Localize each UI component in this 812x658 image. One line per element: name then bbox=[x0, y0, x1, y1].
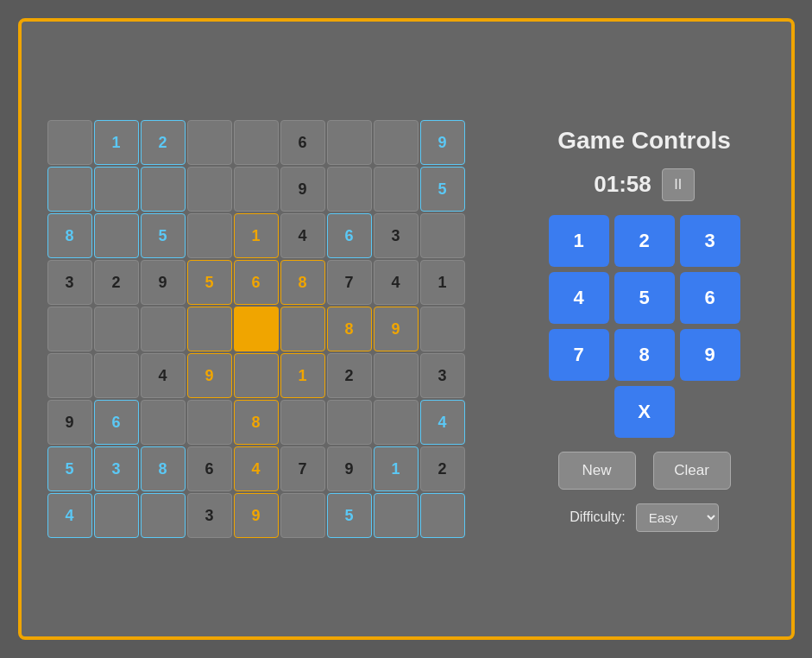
cell-r2-c5[interactable]: 4 bbox=[280, 213, 325, 258]
cell-r7-c1[interactable]: 3 bbox=[94, 446, 139, 491]
cell-r4-c6[interactable]: 8 bbox=[327, 307, 372, 351]
cell-r4-c3[interactable] bbox=[187, 307, 232, 351]
timer-display: 01:58 bbox=[594, 171, 651, 198]
cell-r7-c8[interactable]: 2 bbox=[420, 446, 465, 491]
cell-r2-c2[interactable]: 5 bbox=[141, 213, 186, 258]
cell-r2-c8[interactable] bbox=[420, 213, 465, 258]
cell-r1-c8[interactable]: 5 bbox=[420, 167, 465, 212]
cell-r8-c6[interactable]: 5 bbox=[327, 493, 372, 538]
cell-r3-c5[interactable]: 8 bbox=[280, 260, 325, 305]
cell-r5-c4[interactable] bbox=[234, 353, 279, 398]
new-button[interactable]: New bbox=[558, 452, 636, 490]
cell-r6-c2[interactable] bbox=[141, 400, 186, 445]
cell-r3-c0[interactable]: 3 bbox=[47, 260, 92, 305]
cell-r0-c7[interactable] bbox=[374, 120, 419, 165]
difficulty-select[interactable]: EasyMediumHardExpert bbox=[636, 503, 719, 532]
cell-r5-c5[interactable]: 1 bbox=[280, 353, 325, 398]
cell-r5-c3[interactable]: 9 bbox=[187, 353, 232, 398]
clear-button[interactable]: Clear bbox=[653, 452, 731, 490]
cell-r8-c5[interactable] bbox=[280, 493, 325, 538]
pause-button[interactable]: II bbox=[662, 168, 695, 201]
numpad-2-button[interactable]: 2 bbox=[614, 215, 675, 267]
cell-r4-c4[interactable] bbox=[234, 307, 279, 351]
cell-r0-c2[interactable]: 2 bbox=[141, 120, 186, 165]
numpad-3-button[interactable]: 3 bbox=[680, 215, 740, 267]
cell-r3-c8[interactable]: 1 bbox=[420, 260, 465, 305]
cell-r1-c1[interactable] bbox=[94, 167, 139, 212]
cell-r3-c7[interactable]: 4 bbox=[374, 260, 419, 305]
cell-r4-c5[interactable] bbox=[280, 307, 325, 351]
cell-r8-c8[interactable] bbox=[420, 493, 465, 538]
cell-r4-c7[interactable]: 9 bbox=[374, 307, 419, 351]
cell-r8-c3[interactable]: 3 bbox=[187, 493, 232, 538]
cell-r3-c6[interactable]: 7 bbox=[327, 260, 372, 305]
cell-r7-c5[interactable]: 7 bbox=[280, 446, 325, 491]
action-buttons: New Clear bbox=[558, 452, 731, 490]
cell-r0-c3[interactable] bbox=[187, 120, 232, 165]
cell-r6-c5[interactable] bbox=[280, 400, 325, 445]
cell-r6-c1[interactable]: 6 bbox=[94, 400, 139, 445]
cell-r2-c7[interactable]: 3 bbox=[374, 213, 419, 258]
controls-panel: Game Controls 01:58 II 123456789X New Cl… bbox=[524, 127, 765, 532]
cell-r0-c8[interactable]: 9 bbox=[420, 120, 465, 165]
cell-r1-c3[interactable] bbox=[187, 167, 232, 212]
numpad-1-button[interactable]: 1 bbox=[549, 215, 609, 267]
cell-r7-c2[interactable]: 8 bbox=[141, 446, 186, 491]
cell-r7-c4[interactable]: 4 bbox=[234, 446, 279, 491]
cell-r5-c8[interactable]: 3 bbox=[420, 353, 465, 398]
cell-r8-c7[interactable] bbox=[374, 493, 419, 538]
cell-r1-c0[interactable] bbox=[47, 167, 92, 212]
cell-r5-c2[interactable]: 4 bbox=[141, 353, 186, 398]
cell-r7-c6[interactable]: 9 bbox=[327, 446, 372, 491]
cell-r3-c2[interactable]: 9 bbox=[141, 260, 186, 305]
cell-r4-c0[interactable] bbox=[47, 307, 92, 351]
numpad-9-button[interactable]: 9 bbox=[680, 329, 740, 381]
cell-r2-c0[interactable]: 8 bbox=[47, 213, 92, 258]
cell-r8-c4[interactable]: 9 bbox=[234, 493, 279, 538]
cell-r1-c4[interactable] bbox=[234, 167, 279, 212]
cell-r0-c6[interactable] bbox=[327, 120, 372, 165]
cell-r6-c7[interactable] bbox=[374, 400, 419, 445]
cell-r6-c4[interactable]: 8 bbox=[234, 400, 279, 445]
numpad-6-button[interactable]: 6 bbox=[680, 272, 740, 324]
cell-r6-c0[interactable]: 9 bbox=[47, 400, 92, 445]
cell-r5-c1[interactable] bbox=[94, 353, 139, 398]
cell-r7-c3[interactable]: 6 bbox=[187, 446, 232, 491]
sudoku-grid: 1269958514633295687418949123968453864791… bbox=[47, 120, 470, 538]
cell-r8-c0[interactable]: 4 bbox=[47, 493, 92, 538]
cell-r4-c1[interactable] bbox=[94, 307, 139, 351]
cell-r7-c7[interactable]: 1 bbox=[374, 446, 419, 491]
cell-r0-c5[interactable]: 6 bbox=[280, 120, 325, 165]
numpad-8-button[interactable]: 8 bbox=[614, 329, 675, 381]
cell-r7-c0[interactable]: 5 bbox=[47, 446, 92, 491]
cell-r6-c8[interactable]: 4 bbox=[420, 400, 465, 445]
cell-r1-c6[interactable] bbox=[327, 167, 372, 212]
cell-r5-c7[interactable] bbox=[374, 353, 419, 398]
cell-r8-c1[interactable] bbox=[94, 493, 139, 538]
cell-r3-c3[interactable]: 5 bbox=[187, 260, 232, 305]
cell-r1-c7[interactable] bbox=[374, 167, 419, 212]
cell-r2-c3[interactable] bbox=[187, 213, 232, 258]
cell-r2-c1[interactable] bbox=[94, 213, 139, 258]
difficulty-row: Difficulty: EasyMediumHardExpert bbox=[570, 503, 719, 532]
cell-r8-c2[interactable] bbox=[141, 493, 186, 538]
cell-r1-c5[interactable]: 9 bbox=[280, 167, 325, 212]
cell-r0-c0[interactable] bbox=[47, 120, 92, 165]
cell-r4-c8[interactable] bbox=[420, 307, 465, 351]
numpad-4-button[interactable]: 4 bbox=[549, 272, 609, 324]
cell-r5-c0[interactable] bbox=[47, 353, 92, 398]
cell-r2-c6[interactable]: 6 bbox=[327, 213, 372, 258]
cell-r2-c4[interactable]: 1 bbox=[234, 213, 279, 258]
cell-r0-c4[interactable] bbox=[234, 120, 279, 165]
numpad-7-button[interactable]: 7 bbox=[549, 329, 609, 381]
cell-r5-c6[interactable]: 2 bbox=[327, 353, 372, 398]
cell-r3-c4[interactable]: 6 bbox=[234, 260, 279, 305]
numpad-5-button[interactable]: 5 bbox=[614, 272, 675, 324]
cell-r0-c1[interactable]: 1 bbox=[94, 120, 139, 165]
cell-r6-c3[interactable] bbox=[187, 400, 232, 445]
cell-r1-c2[interactable] bbox=[141, 167, 186, 212]
cell-r3-c1[interactable]: 2 bbox=[94, 260, 139, 305]
numpad-x-button[interactable]: X bbox=[614, 386, 675, 438]
cell-r4-c2[interactable] bbox=[141, 307, 186, 351]
cell-r6-c6[interactable] bbox=[327, 400, 372, 445]
